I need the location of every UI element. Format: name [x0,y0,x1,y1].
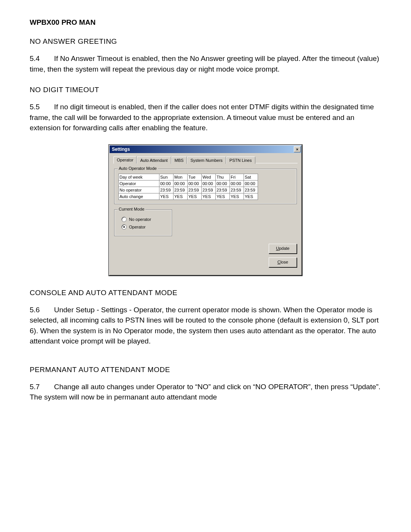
titlebar[interactable]: Settings × [110,145,301,153]
cell[interactable]: 23:59 [244,187,258,193]
section-heading-3: PERMANANT AUTO ATTENDANT MODE [30,366,381,374]
tab-auto-attendant[interactable]: Auto Attendant [137,157,171,164]
cell[interactable]: YES [202,193,216,200]
table-row: Day of week Sun Mon Tue Wed Thu Fri Sat [119,174,258,180]
tab-mbs[interactable]: MBS [171,157,187,164]
header-cell: Sat [244,174,258,180]
cell[interactable]: YES [230,193,244,200]
radio-icon [121,217,127,222]
cell[interactable]: 00:00 [174,180,188,187]
cell[interactable]: 00:00 [216,180,230,187]
cell[interactable]: 00:00 [230,180,244,187]
close-icon[interactable]: × [294,146,301,152]
table-row: Auto change YES YES YES YES YES YES YES [119,193,258,200]
cell[interactable]: YES [159,193,174,200]
header-cell: Fri [230,174,244,180]
titlebar-text: Settings [112,147,130,152]
row-label: No operator [119,187,159,193]
cell[interactable]: 23:59 [159,187,174,193]
group-label-1: Auto Operator Mode [118,166,158,171]
paragraph-1: 5.5If no digit timeout is enabled, then … [30,102,381,133]
paragraph-3: 5.7Change all auto changes under Operato… [30,382,381,403]
cell[interactable]: 00:00 [244,180,258,187]
cell[interactable]: 00:00 [202,180,216,187]
cell[interactable]: 23:59 [202,187,216,193]
update-button[interactable]: Update [269,244,297,254]
section-heading-0: NO ANSWER GREETING [30,37,381,46]
cell[interactable]: 00:00 [159,180,174,187]
header-cell: Sun [159,174,174,180]
close-button[interactable]: Close [269,257,297,267]
tab-strip: Operator Auto Attendant MBS System Numbe… [113,156,298,163]
radio-operator[interactable]: Operator [121,224,168,230]
para-num-1: 5.5 [30,102,54,112]
row-label: Auto change [119,193,159,200]
para-text-0: If No Answer Timeout is enabled, then th… [30,54,379,73]
para-text-1: If no digit timeout is enabled, then if … [30,103,374,132]
doc-title: WPBX00 PRO MAN [30,18,381,27]
cell[interactable]: YES [216,193,230,200]
cell[interactable]: 23:59 [174,187,188,193]
schedule-table: Day of week Sun Mon Tue Wed Thu Fri Sat … [118,174,258,200]
para-num-0: 5.4 [30,53,54,64]
section-heading-2: CONSOLE AND AUTO ATTENDANT MODE [30,289,381,297]
paragraph-2: 5.6Under Setup - Settings - Operator, th… [30,305,381,347]
cell[interactable]: YES [188,193,202,200]
radio-label: Operator [129,225,145,229]
section-heading-1: NO DIGIT TIMEOUT [30,86,381,94]
cell[interactable]: YES [174,193,188,200]
group-label-2: Current Mode [118,207,145,211]
table-row: No operator 23:59 23:59 23:59 23:59 23:5… [119,187,258,193]
radio-no-operator[interactable]: No operator [121,217,168,222]
radio-icon [121,224,127,230]
cell[interactable]: 23:59 [188,187,202,193]
header-cell: Tue [188,174,202,180]
row-label: Operator [119,180,159,187]
cell[interactable]: 23:59 [216,187,230,193]
header-cell: Wed [202,174,216,180]
radio-label: No operator [129,217,151,222]
cell[interactable]: YES [244,193,258,200]
header-cell: Mon [174,174,188,180]
cell[interactable]: 23:59 [230,187,244,193]
para-num-2: 5.6 [30,305,54,315]
cell[interactable]: 00:00 [188,180,202,187]
paragraph-0: 5.4If No Answer Timeout is enabled, then… [30,53,381,74]
para-num-3: 5.7 [30,382,54,392]
table-row: Operator 00:00 00:00 00:00 00:00 00:00 0… [119,180,258,187]
tab-pstn-lines[interactable]: PSTN Lines [226,157,255,164]
tab-system-numbers[interactable]: System Numbers [187,157,226,164]
settings-dialog: Settings × Operator Auto Attendant MBS S… [109,145,302,276]
current-mode-group: Current Mode No operator Operator [114,209,172,236]
header-cell: Thu [216,174,230,180]
para-text-2: Under Setup - Settings - Operator, the c… [30,306,379,345]
tab-operator[interactable]: Operator [113,156,137,164]
para-text-3: Change all auto changes under Operator t… [30,383,381,401]
header-cell: Day of week [119,174,159,180]
auto-operator-mode-group: Auto Operator Mode Day of week Sun Mon T… [114,169,297,204]
